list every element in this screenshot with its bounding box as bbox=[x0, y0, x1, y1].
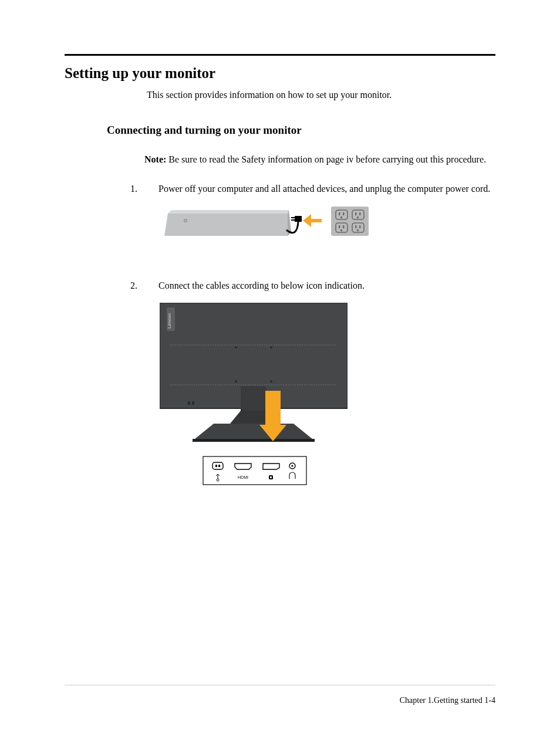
figure-unplug-power bbox=[164, 205, 376, 244]
svg-rect-34 bbox=[188, 401, 190, 405]
figure-monitor-ports: Lenovo HDMI bbox=[160, 303, 348, 491]
top-rule bbox=[65, 54, 495, 56]
svg-rect-23 bbox=[359, 225, 360, 228]
svg-rect-4 bbox=[295, 216, 302, 222]
svg-point-33 bbox=[270, 380, 272, 383]
svg-rect-35 bbox=[192, 401, 194, 405]
step-2-text: Connect the cables according to below ic… bbox=[158, 280, 365, 290]
intro-text: This section provides information on how… bbox=[147, 90, 495, 100]
svg-rect-15 bbox=[340, 217, 342, 218]
note-label: Note: bbox=[144, 154, 166, 164]
svg-point-32 bbox=[235, 380, 237, 383]
note-text: Be sure to read the Safety information o… bbox=[166, 154, 486, 164]
svg-rect-43 bbox=[215, 465, 217, 467]
svg-rect-21 bbox=[340, 229, 342, 231]
svg-rect-20 bbox=[343, 225, 344, 228]
monitor-rear-icon: Lenovo HDMI bbox=[160, 303, 348, 491]
svg-marker-37 bbox=[195, 424, 312, 439]
svg-point-30 bbox=[235, 346, 237, 349]
svg-rect-46 bbox=[270, 476, 272, 478]
svg-rect-22 bbox=[355, 225, 356, 228]
svg-rect-16 bbox=[355, 212, 356, 215]
section-title: Connecting and turning on your monitor bbox=[107, 124, 495, 137]
svg-marker-1 bbox=[168, 210, 289, 214]
page-title: Setting up your monitor bbox=[65, 65, 495, 82]
step-1-number: 1. bbox=[144, 182, 156, 195]
brand-label: Lenovo bbox=[167, 313, 172, 329]
svg-rect-24 bbox=[357, 229, 359, 231]
svg-marker-0 bbox=[164, 214, 288, 236]
svg-marker-7 bbox=[303, 214, 322, 227]
footer-rule bbox=[65, 685, 495, 685]
hdmi-port-label: HDMI bbox=[238, 475, 248, 479]
svg-rect-13 bbox=[339, 212, 340, 215]
page-footer: Chapter 1.Getting started 1-4 bbox=[400, 696, 495, 705]
svg-rect-14 bbox=[343, 212, 344, 215]
note-paragraph: Note: Be sure to read the Safety informa… bbox=[144, 153, 495, 166]
svg-rect-6 bbox=[291, 219, 295, 221]
svg-rect-5 bbox=[291, 217, 295, 218]
svg-rect-18 bbox=[357, 217, 359, 218]
svg-rect-17 bbox=[359, 212, 360, 215]
step-2: 2. Connect the cables according to below… bbox=[144, 279, 495, 292]
svg-point-48 bbox=[291, 465, 293, 466]
svg-rect-36 bbox=[241, 386, 266, 411]
step-1: 1. Power off your computer and all attac… bbox=[144, 182, 495, 195]
step-1-text: Power off your computer and all attached… bbox=[158, 184, 490, 194]
svg-rect-44 bbox=[218, 465, 220, 467]
svg-rect-38 bbox=[193, 439, 315, 442]
svg-point-31 bbox=[270, 346, 272, 349]
svg-rect-19 bbox=[339, 225, 340, 228]
unplug-diagram-icon bbox=[164, 205, 376, 244]
step-2-number: 2. bbox=[144, 279, 156, 292]
